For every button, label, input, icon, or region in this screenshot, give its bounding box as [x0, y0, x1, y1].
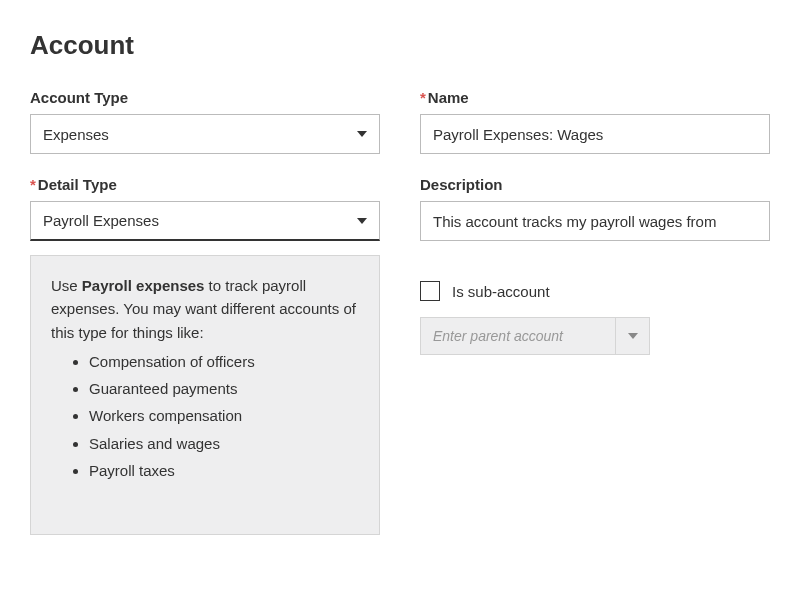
detail-type-value: Payroll Expenses: [43, 212, 357, 229]
chevron-down-icon: [357, 131, 367, 137]
detail-type-help: Use Payroll expenses to track payroll ex…: [30, 255, 380, 535]
help-item: Compensation of officers: [89, 350, 359, 373]
name-input[interactable]: [420, 114, 770, 154]
required-star-icon: *: [420, 89, 426, 106]
chevron-down-icon: [628, 333, 638, 339]
help-item: Salaries and wages: [89, 432, 359, 455]
sub-account-label: Is sub-account: [452, 283, 550, 300]
description-label: Description: [420, 176, 770, 193]
parent-account-select[interactable]: Enter parent account: [420, 317, 650, 355]
page-title: Account: [30, 30, 770, 61]
required-star-icon: *: [30, 176, 36, 193]
account-type-label: Account Type: [30, 89, 380, 106]
help-item: Payroll taxes: [89, 459, 359, 482]
parent-account-caret[interactable]: [616, 317, 650, 355]
help-item: Workers compensation: [89, 404, 359, 427]
name-label: *Name: [420, 89, 770, 106]
sub-account-checkbox[interactable]: [420, 281, 440, 301]
account-type-value: Expenses: [43, 126, 357, 143]
detail-type-label: *Detail Type: [30, 176, 380, 193]
description-input[interactable]: [420, 201, 770, 241]
chevron-down-icon: [357, 218, 367, 224]
detail-type-select[interactable]: Payroll Expenses: [30, 201, 380, 241]
help-item: Guaranteed payments: [89, 377, 359, 400]
parent-account-placeholder: Enter parent account: [420, 317, 616, 355]
account-type-select[interactable]: Expenses: [30, 114, 380, 154]
